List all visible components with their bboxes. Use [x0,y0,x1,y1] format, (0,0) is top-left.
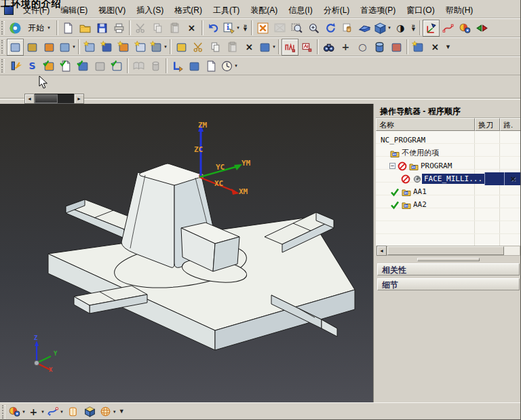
snap-cube-button[interactable] [81,403,98,420]
navigator-hscrollbar[interactable]: ◄ [377,246,520,256]
machine-simulation-button[interactable] [92,58,109,75]
perspective-view-button[interactable] [356,20,373,37]
menu-首选项(P)[interactable]: 首选项(P) [355,4,401,16]
edit-object-button[interactable] [173,39,190,56]
workpiece-clock-button[interactable]: ▼ [220,58,239,75]
display-mode-button[interactable]: ◑ [392,20,409,37]
plus-view-button[interactable]: + [337,39,354,56]
create-operation-2-button[interactable] [98,39,115,56]
create-operation-1-button[interactable] [81,39,98,56]
create-feature-button[interactable] [410,39,427,56]
toolbar-overflow-scrollbar[interactable]: ◄ ► [24,94,84,104]
snap-orient-button[interactable] [474,20,490,37]
view-info-button[interactable]: i▼ [222,20,241,37]
shop-documentation-button[interactable] [186,58,203,75]
hscroll-track[interactable] [387,246,520,256]
create-operation-3-button[interactable] [115,39,132,56]
menu-信息(I)[interactable]: 信息(I) [283,4,317,16]
new-file-button[interactable] [60,20,77,37]
menu-插入(S)[interactable]: 插入(S) [131,4,169,16]
column-header-toolchange[interactable]: 换刀 [475,118,500,131]
hscroll-left-button[interactable]: ◄ [377,246,387,256]
scroll-right-button[interactable]: ► [74,94,84,104]
column-header-path[interactable]: 路. [500,118,521,131]
postprocess-button[interactable] [169,58,186,75]
view-orient-button[interactable]: ▼ [7,403,26,420]
create-operation-5-button[interactable]: ▼ [149,39,168,56]
roles-button[interactable] [457,20,474,37]
create-operation-4-button[interactable] [132,39,149,56]
menu-分析(L)[interactable]: 分析(L) [318,4,355,16]
copy-object-button[interactable] [207,39,224,56]
paste-button[interactable] [166,20,183,37]
machine-tool-view-button[interactable] [298,39,315,56]
graphics-viewport[interactable]: ZM ZC YM YC XC XM Z Y X [0,104,373,402]
menu-工具(T)[interactable]: 工具(T) [208,4,245,16]
point-dialog-button[interactable]: +▼ [26,403,45,420]
overflow-view-button[interactable]: »▼ [409,20,418,37]
navigator-row-不使用的项[interactable]: s不使用的项 [376,147,521,159]
create-geometry-button[interactable] [41,39,58,56]
synchronize-button[interactable] [130,58,147,75]
chevron-down-icon[interactable]: ▼ [41,410,45,414]
menu-装配(A)[interactable]: 装配(A) [245,4,283,16]
chevron-down-icon[interactable]: ▼ [236,26,240,30]
splitter-handle-icon[interactable] [417,258,480,261]
pan-view-button[interactable] [339,20,356,37]
list-toolpath-button[interactable] [58,58,75,75]
object-display-button[interactable]: ▼ [258,39,277,56]
orient-csys-button[interactable] [423,20,440,37]
cut-button[interactable] [132,20,149,37]
nx-logo-button[interactable] [7,20,24,37]
navigator-row-PROGRAM[interactable]: −sPROGRAM [376,159,521,172]
column-header-name[interactable]: 名称 [376,118,475,131]
snap-cylinder-button[interactable] [64,403,81,420]
navigator-row-AA2[interactable]: sAA2 [376,198,521,211]
create-method-button[interactable]: ▼ [58,39,77,56]
toolbar-grip[interactable] [2,405,5,419]
hscroll-thumb[interactable] [387,246,504,255]
cut-object-button[interactable] [190,39,207,56]
replay-toolpath-button[interactable]: S [24,58,41,75]
chevron-down-icon[interactable]: ▼ [234,64,238,68]
delete-list-button[interactable]: × [427,39,444,56]
overflow-cam-button[interactable]: ▼ [444,39,452,56]
create-program-button[interactable] [7,39,24,56]
copy-button[interactable] [149,20,166,37]
menu-视图(V)[interactable]: 视图(V) [93,4,131,16]
sketch-button[interactable] [440,20,457,37]
circle-view-button[interactable]: ○ [354,39,371,56]
chevron-down-icon[interactable]: ▼ [272,45,276,49]
chevron-down-icon[interactable]: ▼ [387,26,391,30]
toolbar-grip[interactable] [1,59,5,73]
chevron-down-icon[interactable]: ▼ [163,45,168,49]
section-splitter[interactable] [376,256,521,263]
tree-expander-icon[interactable]: − [389,163,395,169]
gouge-check-button[interactable] [109,58,126,75]
paste-object-button[interactable] [224,39,241,56]
delete-button[interactable]: × [183,20,200,37]
start-button[interactable]: 开始▼ [24,20,55,37]
open-file-button[interactable] [77,20,94,37]
cam-report-button[interactable] [203,58,220,75]
simulate-toolpath-button[interactable] [75,58,92,75]
zoom-in-out-button[interactable] [305,20,322,37]
scrollbar-track[interactable] [35,94,74,104]
method-view-button[interactable] [388,39,405,56]
generate-toolpath-button[interactable] [7,58,24,75]
rotate-view-button[interactable] [322,20,339,37]
menu-帮助(H)[interactable]: 帮助(H) [440,4,479,16]
zoom-box-button[interactable] [288,20,305,37]
curve-point-button[interactable]: ▼ [45,403,64,420]
find-object-button[interactable] [320,39,337,56]
chevron-down-icon[interactable]: ▼ [22,410,26,414]
chevron-down-icon[interactable]: ▼ [113,410,117,414]
fit-view-button[interactable] [254,20,271,37]
create-tool-button[interactable] [24,39,41,56]
toolbar-grip[interactable] [1,40,5,54]
navigator-row-NC_PROGRAM[interactable]: NC_PROGRAM [376,134,521,147]
chevron-down-icon[interactable]: ▼ [60,410,64,414]
menu-格式(R)[interactable]: 格式(R) [169,4,208,16]
navigator-tree[interactable]: NC_PROGRAMs不使用的项−sPROGRAMFACE_MILLI...×s… [376,131,521,246]
verify-toolpath-button[interactable] [41,58,58,75]
